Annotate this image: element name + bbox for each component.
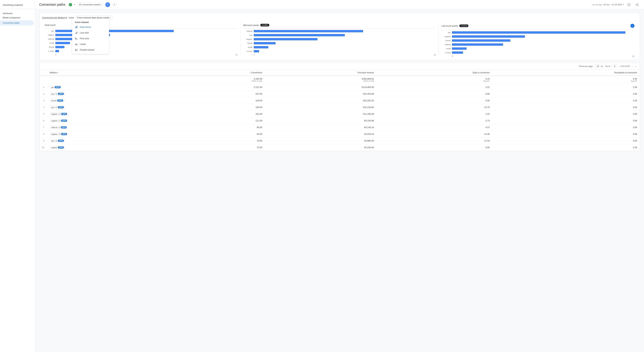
dropdown-item-first-click[interactable]: First click	[72, 35, 109, 41]
table-row: 2cpc × 2 100%447.00€24,353.866.662.00	[40, 91, 640, 97]
sidebar-item-conversion-paths-label: Conversion paths	[3, 22, 20, 24]
table-row: 1cpc 100%2,121.00€114,063.953.211.00	[40, 84, 640, 91]
row-num: 7	[40, 124, 47, 131]
last-click-label: Last click	[80, 31, 89, 34]
dropdown-item-linear[interactable]: Linear	[72, 41, 109, 47]
sidebar-app-title[interactable]: Advertising snapshot	[0, 1, 35, 7]
row-conversions: 2,121.00	[172, 84, 265, 91]
data-table: Medium ▾ ↓ Conversions Purchase revenue …	[40, 70, 640, 151]
svg-rect-7	[76, 26, 76, 28]
sidebar: Advertising snapshot Attribution Model c…	[0, 0, 35, 352]
row-conversions: 95.00	[172, 124, 265, 131]
path-tag[interactable]: (none) 100%	[50, 99, 64, 102]
path-tag-text: cpc × 3	[51, 106, 57, 108]
page-title: Conversion paths	[39, 3, 66, 6]
path-tag-pct: 100%	[58, 106, 64, 108]
prev-page-button[interactable]: ‹	[630, 64, 634, 68]
conversion-events-dropdown[interactable]: 1/1 conversion events ▾	[77, 2, 103, 7]
row-days: 3.21	[377, 84, 492, 91]
bar-fill-social	[55, 46, 64, 48]
position-based-icon	[75, 48, 78, 51]
path-tag[interactable]: cpc 100%	[50, 86, 62, 89]
bar-fill-email	[55, 42, 70, 44]
content-area: Conversions by Medium ▾ using Cross-chan…	[35, 9, 644, 154]
rows-per-page-select[interactable]: 10 25 50	[594, 64, 603, 68]
path-tag[interactable]: cpc × 2 100%	[50, 92, 65, 95]
sidebar-item-conversion-paths[interactable]: Conversion paths	[0, 20, 34, 25]
row-touchpoints: 3.00	[492, 104, 640, 111]
path-tag[interactable]: organic × 2 100%	[50, 112, 68, 116]
late-touch-check[interactable]: ✓	[630, 24, 634, 28]
late-touch-panel: Late touch points 73.61% ✓ cpc orga	[439, 22, 637, 57]
svg-rect-17	[77, 44, 77, 45]
path-tag[interactable]: cpc × 3 100%	[50, 106, 65, 109]
date-range-caret[interactable]: ▾	[623, 4, 624, 5]
avatar-button[interactable]: P	[105, 2, 110, 7]
table-row: 3(none) 100%318.00€23,282.200.001.00	[40, 97, 640, 104]
col-conversions[interactable]: ↓ Conversions	[172, 70, 265, 76]
table-row: 8organic × 4 100%94.00€3,033.2314.404.00	[40, 131, 640, 138]
col-revenue-label: Purchase revenue	[358, 71, 374, 74]
svg-rect-9	[75, 33, 76, 34]
dropdown-item-position-based[interactable]: Position-based	[72, 47, 109, 53]
page-range: 1-10 of 427	[620, 65, 630, 67]
mid-touch-chart: referral cpc organic	[243, 30, 436, 56]
sidebar-item-model-comparison[interactable]: Model comparison	[0, 15, 34, 20]
add-button[interactable]: +	[112, 2, 117, 7]
path-tag-pct: 100%	[57, 99, 63, 102]
rows-per-page-label: Rows per page:	[579, 65, 593, 67]
row-revenue: €23,282.20	[265, 97, 377, 104]
late-touch-chart: cpc organic (none)	[442, 31, 634, 57]
total-conversions-sub: 100% of total	[174, 80, 262, 82]
path-tag[interactable]: referral × 3 100%	[50, 126, 68, 129]
share-icon[interactable]	[634, 2, 640, 8]
col-num	[40, 70, 47, 76]
row-medium: cpc 100%	[47, 84, 172, 91]
path-tag-pct: 100%	[61, 126, 67, 128]
col-days[interactable]: Days to conversion	[377, 70, 492, 76]
charts-section: Conversions by Medium ▾ using Cross-chan…	[39, 13, 640, 60]
row-touchpoints: 3.00	[492, 117, 640, 124]
row-num: 3	[40, 97, 47, 104]
row-days: 14.40	[377, 131, 492, 138]
path-tag[interactable]: organic × 3 100%	[50, 119, 68, 122]
early-touch-label: Early touch	[45, 24, 56, 26]
row-revenue: €11,195.48	[265, 111, 377, 117]
late-touch-label: Late touch points	[442, 25, 458, 27]
col-touchpoints[interactable]: Touchpoints to conversion	[492, 70, 640, 76]
path-tag-text: organic × 4	[51, 133, 60, 135]
row-days: 6.60	[377, 144, 492, 151]
rows-per-page-control: Rows per page: 10 25 50	[579, 64, 603, 68]
col-revenue[interactable]: Purchase revenue	[265, 70, 377, 76]
path-tag-text: organic	[51, 147, 57, 149]
sidebar-item-model-comparison-label: Model comparison	[3, 16, 20, 19]
page-input[interactable]	[612, 64, 618, 68]
table-controls: Rows per page: 10 25 50 Go to: 1-10 of 4…	[40, 63, 640, 70]
conversions-by-medium-link[interactable]: Conversions by Medium ▾	[42, 16, 67, 19]
path-tag[interactable]: organic × 4 100%	[50, 133, 68, 136]
path-tag-pct: 100%	[58, 93, 64, 95]
late-touch-badge: 73.61%	[459, 24, 468, 27]
col-medium[interactable]: Medium ▾	[47, 70, 172, 76]
col-touchpoints-label: Touchpoints to conversion	[614, 71, 637, 74]
path-tag[interactable]: cpc × 4 100%	[50, 139, 65, 142]
svg-point-3	[637, 5, 638, 6]
date-range-value[interactable]: 16 Jun – 13 Jul 2022	[604, 3, 622, 6]
dropdown-item-data-driven[interactable]: Data-driven	[72, 24, 109, 30]
path-tag[interactable]: organic 100%	[50, 146, 66, 149]
row-days: 6.66	[377, 91, 492, 97]
svg-rect-15	[75, 44, 76, 45]
svg-point-1	[637, 3, 638, 4]
next-page-button[interactable]: ›	[634, 64, 637, 68]
table-header-row: Medium ▾ ↓ Conversions Purchase revenue …	[40, 70, 640, 76]
dropdown-item-last-click[interactable]: Last click	[72, 30, 109, 35]
late-x-axis: 0 2K	[442, 55, 634, 57]
medium-sort-icon: ▾	[57, 72, 58, 74]
table-row: 7referral × 3 100%95.00€6,140.164.573.00	[40, 124, 640, 131]
svg-rect-10	[76, 32, 76, 34]
row-num: 10	[40, 144, 47, 151]
export-icon[interactable]	[626, 2, 632, 8]
svg-rect-12	[75, 37, 76, 39]
svg-rect-14	[77, 39, 77, 39]
title-dropdown-caret[interactable]: ▾	[74, 4, 75, 5]
